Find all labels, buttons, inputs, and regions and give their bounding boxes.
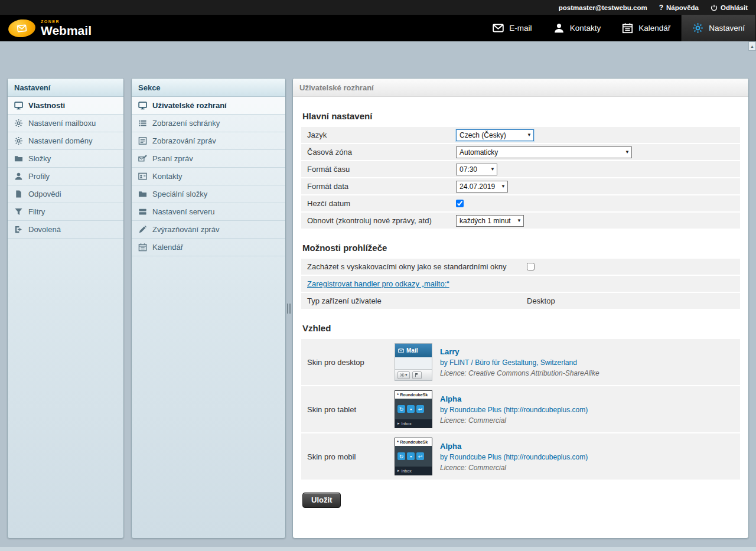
chevron-down-icon: ▼	[501, 184, 506, 189]
contact-card-icon	[138, 172, 147, 181]
section-item-psani-zprav[interactable]: Psaní zpráv	[132, 150, 285, 168]
section-item-kontakty[interactable]: Kontakty	[132, 168, 285, 185]
skin-name-link[interactable]: Larry	[440, 347, 599, 356]
section-item-uzivatelske-rozhrani[interactable]: Uživatelské rozhraní	[132, 97, 285, 115]
section-item-specialni-slozky[interactable]: Speciální složky	[132, 185, 285, 203]
settings-item-label: Filtry	[28, 207, 45, 216]
refresh-select[interactable]: každých 1 minut ▼	[456, 215, 524, 227]
sections-panel-title: Sekce	[132, 79, 285, 97]
device-type-label: Typ zařízení uživatele	[307, 296, 527, 305]
larry-mail-label: Mail	[406, 347, 418, 354]
list-icon	[138, 119, 147, 128]
pretty-date-checkbox[interactable]	[456, 200, 464, 207]
alpha-inbox-label: Inbox	[402, 422, 412, 426]
settings-item-dovolena[interactable]: Dovolená	[8, 221, 123, 239]
brand-logo: ZONER Webmail	[0, 15, 92, 41]
app-header: ZONER Webmail E-mail Kontakty Kalendář N…	[0, 15, 756, 41]
time-format-value: 07:30	[460, 165, 477, 174]
popups-checkbox[interactable]	[527, 263, 535, 270]
section-item-kalendar[interactable]: Kalendář	[132, 239, 285, 256]
nav-item-settings[interactable]: Nastavení	[681, 15, 756, 41]
skin-name-link[interactable]: Alpha	[440, 394, 588, 403]
sections-panel: Sekce Uživatelské rozhraní Zobrazení sch…	[131, 78, 286, 539]
brand-envelope-icon	[8, 18, 37, 38]
scrollbar-up-button[interactable]: ▲	[748, 41, 756, 51]
language-value: Czech (Česky)	[460, 131, 506, 139]
help-button[interactable]: ? Nápověda	[659, 4, 699, 12]
section-item-zobrazovani-zprav[interactable]: Zobrazování zpráv	[132, 132, 285, 150]
skin-thumbnail-larry[interactable]: Mail ▾	[395, 343, 432, 381]
logout-button[interactable]: Odhlásit	[711, 4, 748, 11]
logout-label: Odhlásit	[721, 4, 748, 11]
pretty-date-label: Hezčí datum	[307, 199, 456, 208]
nav-item-email[interactable]: E-mail	[482, 15, 542, 41]
chevron-down-icon: ▼	[527, 132, 532, 138]
skin-author-link[interactable]: by Roundcube Plus (http://roundcubeplus.…	[440, 453, 588, 461]
user-email: postmaster@testwebu.com	[559, 4, 647, 11]
nav-calendar-label: Kalendář	[638, 24, 670, 32]
section-item-label: Zobrazení schránky	[152, 119, 220, 128]
alpha-brand-label: RoundcubeSk	[400, 440, 428, 444]
timezone-label: Časová zóna	[307, 148, 456, 157]
gear-icon	[14, 119, 23, 128]
timezone-row: Časová zóna Automaticky ▼	[301, 144, 740, 160]
language-row: Jazyk Czech (Česky) ▼	[301, 127, 740, 143]
gear-icon	[400, 373, 405, 377]
compose-icon: ▪	[407, 452, 415, 460]
article-icon	[138, 136, 147, 145]
pencil-icon	[138, 225, 147, 234]
browser-options-heading: Možnosti prohlížeče	[302, 243, 740, 253]
settings-item-filtry[interactable]: Filtry	[8, 203, 123, 221]
column-splitter-handle[interactable]	[287, 304, 291, 314]
calendar-icon	[138, 243, 147, 252]
refresh-icon: ↻	[397, 452, 405, 460]
refresh-row: Obnovit (zkontroluj nové zprávy, atd) ka…	[301, 213, 740, 229]
content-body: Hlavní nastavení Jazyk Czech (Česky) ▼ Č…	[293, 97, 748, 508]
skin-desktop-label: Skin pro desktop	[307, 358, 395, 367]
settings-item-profily[interactable]: Profily	[8, 168, 123, 185]
skin-name-link[interactable]: Alpha	[440, 442, 588, 451]
date-format-value: 24.07.2019	[460, 182, 495, 191]
time-format-select[interactable]: 07:30 ▼	[456, 164, 497, 175]
settings-item-vlastnosti[interactable]: Vlastnosti	[8, 97, 123, 115]
chevron-down-icon: ▼	[517, 218, 522, 223]
device-type-row: Typ zařízení uživatele Desktop	[301, 293, 740, 309]
section-item-label: Speciální složky	[152, 190, 207, 198]
horizontal-scrollbar[interactable]	[0, 547, 756, 551]
mailto-handler-link[interactable]: Zaregistrovat handler pro odkazy „mailto…	[307, 279, 449, 288]
section-item-nastaveni-serveru[interactable]: Nastavení serveru	[132, 203, 285, 221]
settings-item-nastaveni-domeny[interactable]: Nastavení domény	[8, 132, 123, 150]
timezone-select[interactable]: Automaticky ▼	[456, 146, 632, 158]
time-format-label: Formát času	[307, 165, 456, 174]
settings-item-nastaveni-mailboxu[interactable]: Nastavení mailboxu	[8, 115, 123, 132]
brand-zoner-label: ZONER	[41, 19, 92, 24]
mail-icon	[493, 22, 504, 34]
settings-item-odpovedi[interactable]: Odpovědi	[8, 185, 123, 203]
exit-icon	[14, 225, 23, 234]
reply-icon: ↩	[416, 452, 424, 460]
skin-author-link[interactable]: by FLINT / Büro für Gestaltung, Switzerl…	[440, 358, 599, 367]
date-format-select[interactable]: 24.07.2019 ▼	[456, 181, 508, 193]
skin-tablet-row: Skin pro tablet * RoundcubeSk ↻ ▪ ↩ ▸ In…	[301, 386, 740, 432]
refresh-value: každých 1 minut	[460, 217, 511, 225]
folder-icon	[138, 190, 147, 198]
skin-tablet-label: Skin pro tablet	[307, 405, 395, 414]
skin-licence: Licence: Commercial	[440, 416, 588, 425]
language-select[interactable]: Czech (Česky) ▼	[456, 129, 534, 141]
inbox-arrow-icon: ▸	[397, 468, 400, 473]
larry-gear-button-preview: ▾	[397, 371, 410, 379]
section-item-zvyraznovani-zprav[interactable]: Zvýrazňování zpráv	[132, 221, 285, 239]
settings-item-slozky[interactable]: Složky	[8, 150, 123, 168]
nav-item-contacts[interactable]: Kontakty	[543, 15, 612, 41]
section-item-zobrazeni-schranky[interactable]: Zobrazení schránky	[132, 115, 285, 132]
nav-item-calendar[interactable]: Kalendář	[611, 15, 681, 41]
document-icon	[14, 190, 23, 198]
skin-author-link[interactable]: by Roundcube Plus (http://roundcubeplus.…	[440, 406, 588, 414]
skin-thumbnail-alpha[interactable]: * RoundcubeSk ↻ ▪ ↩ ▸ Inbox	[395, 390, 432, 428]
settings-panel-title: Nastavení	[8, 79, 123, 97]
skin-mobile-label: Skin pro mobil	[307, 452, 395, 461]
skin-desktop-row: Skin pro desktop Mail ▾	[301, 339, 740, 385]
skin-thumbnail-alpha[interactable]: * RoundcubeSk ↻ ▪ ↩ ▸ Inbox	[395, 438, 432, 475]
appearance-heading: Vzhled	[302, 323, 740, 333]
save-button[interactable]: Uložit	[302, 493, 341, 508]
